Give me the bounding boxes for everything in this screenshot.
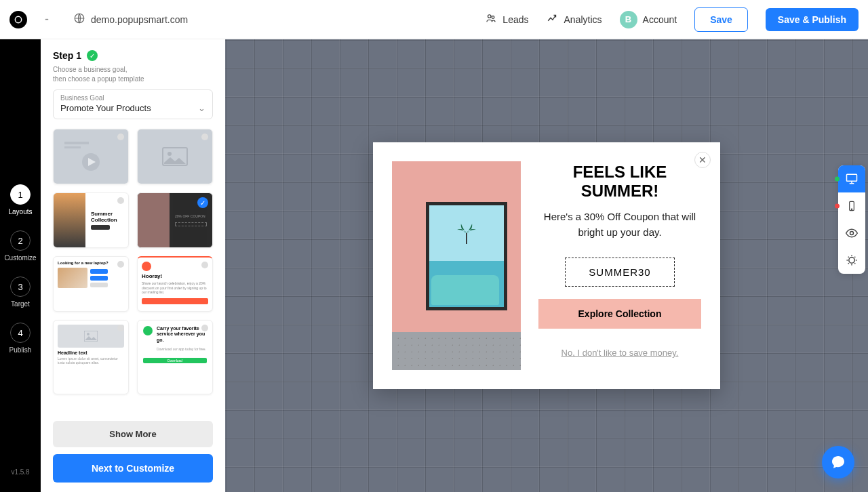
analytics-icon — [547, 12, 559, 26]
device-desktop-button[interactable] — [838, 165, 865, 192]
leads-icon — [485, 12, 497, 26]
svg-point-9 — [167, 152, 172, 156]
device-switcher — [838, 165, 865, 274]
business-goal-value: Promote Your Products — [60, 103, 151, 113]
popup-close-icon[interactable]: ✕ — [694, 152, 711, 168]
nav-account[interactable]: B Account — [620, 11, 677, 28]
next-customize-button[interactable]: Next to Customize — [53, 454, 213, 483]
template-card[interactable]: Hooray!Share our launch celebration, enj… — [137, 256, 213, 312]
rail-step-layouts[interactable]: 1Layouts — [8, 184, 32, 216]
show-more-button[interactable]: Show More — [53, 421, 213, 447]
step-rail: 1Layouts 2Customize 3Target 4Publish v1.… — [0, 39, 41, 492]
popup-preview[interactable]: ✕ FEELS LIKE SUMMER! Here's a 30% Off Co… — [373, 142, 720, 389]
template-card[interactable]: Headline textLorem ipsum dolor sit amet,… — [53, 320, 129, 394]
template-card[interactable] — [53, 129, 129, 184]
site-url[interactable]: demo.popupsmart.com — [91, 14, 188, 25]
svg-rect-5 — [64, 146, 81, 148]
template-card[interactable]: Looking for a new laptop? — [53, 256, 129, 312]
template-unselected-icon — [201, 262, 208, 268]
nav-analytics-label: Analytics — [564, 14, 602, 25]
preview-eye-button[interactable] — [838, 220, 865, 247]
svg-point-16 — [849, 258, 854, 263]
nav-leads[interactable]: Leads — [485, 12, 528, 26]
panel-hint: Choose a business goal, then choose a po… — [53, 65, 213, 84]
template-unselected-icon — [201, 325, 208, 331]
debug-button[interactable] — [838, 247, 865, 274]
business-goal-select[interactable]: Business Goal Promote Your Products⌄ — [53, 89, 213, 119]
svg-point-3 — [492, 16, 494, 19]
template-thumb — [54, 129, 128, 184]
template-card[interactable] — [137, 129, 213, 184]
template-thumb: Looking for a new laptop? — [54, 257, 128, 292]
campaign-name-placeholder: - — [45, 12, 49, 26]
template-unselected-icon — [117, 325, 124, 331]
svg-point-15 — [850, 232, 854, 235]
app-version: v1.5.8 — [11, 468, 29, 476]
svg-point-2 — [488, 15, 492, 18]
template-unselected-icon — [117, 197, 124, 204]
nav-account-label: Account — [643, 14, 677, 25]
account-avatar: B — [620, 11, 637, 28]
popup-coupon-code[interactable]: SUMMER30 — [565, 258, 674, 287]
svg-rect-4 — [64, 142, 89, 144]
chat-bubble-button[interactable] — [822, 446, 854, 478]
panel-step-header: Step 1 ✓ — [53, 50, 213, 61]
save-button[interactable]: Save — [694, 7, 748, 32]
step-complete-icon: ✓ — [87, 50, 98, 61]
nav-leads-label: Leads — [502, 14, 528, 25]
template-grid: Summer Collection ✓ 20% OFF COUPON Looki… — [53, 129, 213, 394]
rail-step-target[interactable]: 3Target — [10, 276, 31, 308]
rail-step-customize[interactable]: 2Customize — [4, 230, 36, 262]
template-card[interactable]: Carry your favorite service wherever you… — [137, 320, 213, 394]
chevron-down-icon: ⌄ — [198, 103, 205, 113]
template-card[interactable]: Summer Collection — [53, 192, 129, 248]
nav-analytics[interactable]: Analytics — [547, 12, 602, 26]
popup-decline-link[interactable]: No, I don't like to save money. — [561, 348, 679, 358]
popup-subtitle[interactable]: Here's a 30% Off Coupon that will bright… — [538, 209, 701, 240]
template-unselected-icon — [201, 134, 208, 140]
panel-step-title: Step 1 — [53, 50, 81, 61]
template-unselected-icon — [117, 261, 124, 268]
svg-point-0 — [15, 16, 21, 22]
svg-point-11 — [87, 333, 90, 335]
device-mobile-button[interactable] — [838, 192, 865, 220]
top-bar: - demo.popupsmart.com Leads Analytics B … — [0, 0, 868, 39]
popup-title[interactable]: FEELS LIKE SUMMER! — [538, 163, 701, 200]
business-goal-label: Business Goal — [60, 94, 205, 102]
rail-step-publish[interactable]: 4Publish — [9, 323, 32, 354]
template-thumb: 20% OFF COUPON — [138, 193, 212, 247]
popup-image — [392, 161, 521, 370]
save-publish-button[interactable]: Save & Publish — [766, 8, 859, 31]
preview-canvas[interactable]: ✕ FEELS LIKE SUMMER! Here's a 30% Off Co… — [225, 39, 868, 492]
template-card-selected[interactable]: ✓ 20% OFF COUPON — [137, 192, 213, 248]
svg-rect-12 — [847, 174, 857, 181]
layouts-panel: Step 1 ✓ Choose a business goal, then ch… — [41, 39, 225, 492]
app-logo[interactable] — [9, 11, 27, 28]
popup-cta-button[interactable]: Explore Collection — [538, 299, 701, 329]
svg-point-14 — [851, 209, 852, 209]
globe-icon — [73, 12, 85, 27]
